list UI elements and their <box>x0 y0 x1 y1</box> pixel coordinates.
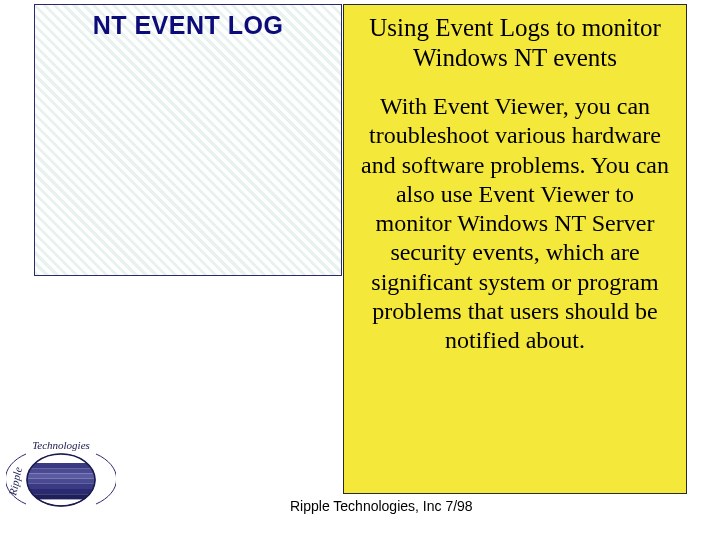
svg-text:Technologies: Technologies <box>32 439 90 451</box>
right-body-text: With Event Viewer, you can troubleshoot … <box>356 92 674 355</box>
slide: NT EVENT LOG Using Event Logs to monitor… <box>0 0 720 540</box>
footer-text: Ripple Technologies, Inc 7/98 <box>290 498 473 514</box>
svg-rect-2 <box>27 463 95 468</box>
svg-rect-5 <box>27 479 95 484</box>
left-panel: NT EVENT LOG <box>34 4 342 276</box>
svg-rect-6 <box>27 484 95 489</box>
svg-rect-7 <box>27 489 95 494</box>
svg-rect-4 <box>27 473 95 478</box>
left-title: NT EVENT LOG <box>35 11 341 40</box>
right-panel: Using Event Logs to monitor Windows NT e… <box>343 4 687 494</box>
svg-text:Ripple: Ripple <box>6 466 24 498</box>
right-subtitle: Using Event Logs to monitor Windows NT e… <box>356 13 674 72</box>
ripple-logo-icon: Technologies Ripple <box>6 438 116 516</box>
svg-rect-3 <box>27 468 95 473</box>
